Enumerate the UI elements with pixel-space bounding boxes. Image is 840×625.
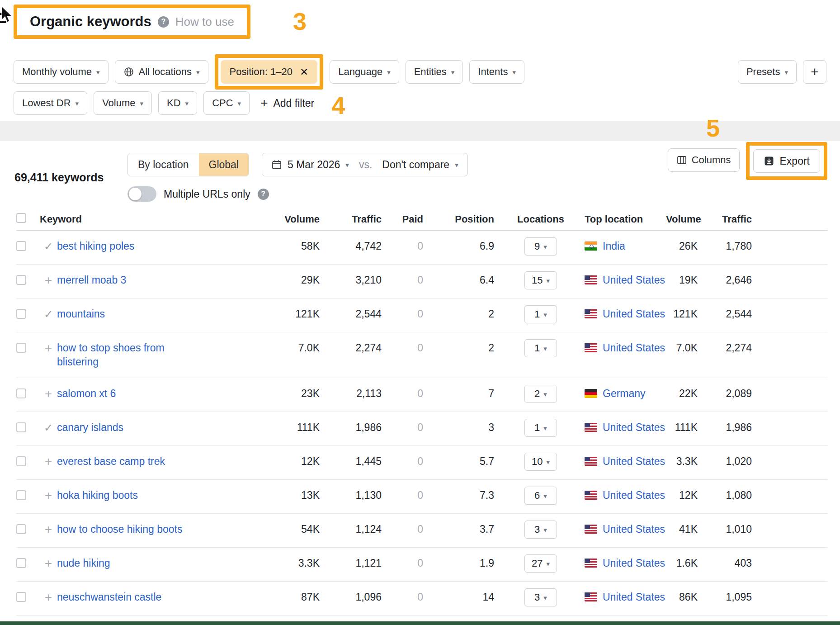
header-locations[interactable]: Locations (494, 213, 576, 225)
keyword-link[interactable]: canary islands (57, 421, 123, 435)
row-checkbox[interactable] (16, 309, 26, 319)
add-keyword-icon[interactable]: + (45, 387, 52, 401)
row-checkbox[interactable] (16, 275, 26, 285)
top-location-link[interactable]: United States (603, 307, 665, 321)
top-location-link[interactable]: India (603, 239, 625, 253)
locations-dropdown[interactable]: 9 ▾ (524, 237, 557, 256)
row-checkbox[interactable] (16, 388, 26, 398)
top-location-link[interactable]: Germany (603, 387, 646, 401)
tracked-check-icon[interactable]: ✓ (44, 240, 53, 252)
all-locations-filter[interactable]: All locations ▾ (115, 60, 208, 84)
keyword-link[interactable]: how to choose hiking boots (57, 522, 182, 536)
export-button[interactable]: Export (753, 149, 820, 173)
top-location-link[interactable]: United States (603, 488, 665, 502)
date-picker[interactable]: 5 Mar 2026 ▾ (271, 159, 349, 171)
remove-filter-icon[interactable]: ✕ (300, 67, 308, 77)
top-location-link[interactable]: United States (603, 341, 665, 355)
add-keyword-icon[interactable]: + (45, 273, 52, 287)
add-keyword-icon[interactable]: + (45, 556, 52, 570)
locations-dropdown[interactable]: 27 ▾ (524, 554, 557, 573)
top-location-link[interactable]: United States (603, 273, 665, 287)
keyword-link[interactable]: salomon xt 6 (57, 387, 116, 401)
add-keyword-icon[interactable]: + (45, 488, 52, 502)
multiple-urls-toggle[interactable] (127, 186, 156, 202)
volume-filter[interactable]: Volume ▾ (94, 91, 152, 115)
select-all-checkbox[interactable] (16, 213, 26, 223)
top-location-link[interactable]: United States (603, 522, 665, 536)
how-to-use-link[interactable]: How to use (175, 15, 234, 29)
lowest-dr-filter[interactable]: Lowest DR ▾ (14, 91, 87, 115)
row-checkbox[interactable] (16, 524, 26, 534)
add-filter-button[interactable]: + Add filter (256, 91, 319, 115)
header-paid[interactable]: Paid (382, 213, 423, 225)
country-flag-icon (585, 559, 597, 568)
row-checkbox[interactable] (16, 422, 26, 432)
locations-dropdown[interactable]: 1 ▾ (524, 419, 557, 437)
locations-dropdown[interactable]: 15 ▾ (524, 271, 557, 289)
chevron-down-icon: ▾ (546, 560, 550, 567)
position-value: 2 (423, 341, 494, 355)
add-keyword-icon[interactable]: + (45, 341, 52, 355)
header-top-location[interactable]: Top location (576, 213, 666, 225)
locations-dropdown[interactable]: 6 ▾ (524, 487, 557, 505)
tracked-check-icon[interactable]: ✓ (44, 308, 53, 320)
add-keyword-icon[interactable]: + (45, 522, 52, 536)
keyword-link[interactable]: hoka hiking boots (57, 488, 138, 502)
locations-dropdown[interactable]: 3 ▾ (524, 588, 557, 606)
chevron-down-icon: ▾ (512, 69, 516, 76)
top-traffic-value: 1,010 (698, 522, 752, 536)
top-location-link[interactable]: United States (603, 455, 665, 469)
compare-select[interactable]: Don't compare ▾ (382, 159, 458, 171)
entities-filter[interactable]: Entities ▾ (406, 60, 463, 84)
header-traffic[interactable]: Traffic (320, 213, 382, 225)
locations-dropdown[interactable]: 3 ▾ (524, 521, 557, 539)
header-position[interactable]: Position (423, 213, 494, 225)
tracked-check-icon[interactable]: ✓ (44, 421, 53, 434)
row-checkbox[interactable] (16, 343, 26, 353)
keyword-link[interactable]: how to stop shoes from blistering (57, 341, 193, 369)
row-checkbox[interactable] (16, 456, 26, 466)
intents-filter[interactable]: Intents ▾ (469, 60, 524, 84)
chevron-down-icon: ▾ (76, 100, 79, 107)
language-filter[interactable]: Language ▾ (330, 60, 399, 84)
by-location-tab[interactable]: By location (128, 153, 199, 176)
cpc-filter[interactable]: CPC ▾ (203, 91, 250, 115)
toggle-knob (129, 188, 142, 200)
keyword-link[interactable]: everest base camp trek (57, 455, 165, 469)
keyword-link[interactable]: mountains (57, 307, 105, 321)
add-keyword-icon[interactable]: + (45, 590, 52, 604)
global-tab[interactable]: Global (199, 153, 249, 176)
keyword-link[interactable]: best hiking poles (57, 239, 134, 253)
help-icon[interactable]: ? (158, 16, 169, 28)
top-location-link[interactable]: United States (603, 421, 665, 435)
locations-dropdown[interactable]: 1 ▾ (524, 305, 557, 323)
paid-value: 0 (382, 455, 423, 469)
monthly-volume-filter[interactable]: Monthly volume ▾ (14, 60, 109, 84)
top-location-link[interactable]: United States (603, 556, 665, 570)
row-checkbox[interactable] (16, 490, 26, 500)
paid-value: 0 (382, 239, 423, 253)
keyword-link[interactable]: neuschwanstein castle (57, 590, 161, 604)
add-preset-button[interactable]: + (803, 60, 826, 84)
add-keyword-icon[interactable]: + (45, 455, 52, 469)
traffic-value: 1,445 (320, 455, 382, 469)
columns-button[interactable]: Columns (668, 148, 740, 172)
header-keyword[interactable]: Keyword (40, 213, 211, 225)
presets-button[interactable]: Presets ▾ (738, 60, 797, 84)
locations-dropdown[interactable]: 10 ▾ (524, 453, 557, 471)
locations-dropdown[interactable]: 1 ▾ (524, 339, 557, 357)
header-volume[interactable]: Volume (211, 213, 320, 225)
kd-filter[interactable]: KD ▾ (158, 91, 197, 115)
help-icon[interactable]: ? (258, 189, 269, 200)
table-body: ✓ best hiking poles 58K 4,742 0 6.9 9 ▾ … (16, 231, 828, 616)
keyword-link[interactable]: merrell moab 3 (57, 273, 126, 287)
row-checkbox[interactable] (16, 592, 26, 602)
top-location-link[interactable]: United States (603, 590, 665, 604)
locations-dropdown[interactable]: 2 ▾ (524, 385, 557, 403)
row-checkbox[interactable] (16, 241, 26, 251)
header-volume-2[interactable]: Volume (666, 213, 698, 225)
keyword-link[interactable]: nude hiking (57, 556, 110, 570)
header-traffic-2[interactable]: Traffic (698, 213, 752, 225)
row-checkbox[interactable] (16, 558, 26, 568)
position-filter-chip[interactable]: Position: 1–20 ✕ (221, 60, 318, 84)
